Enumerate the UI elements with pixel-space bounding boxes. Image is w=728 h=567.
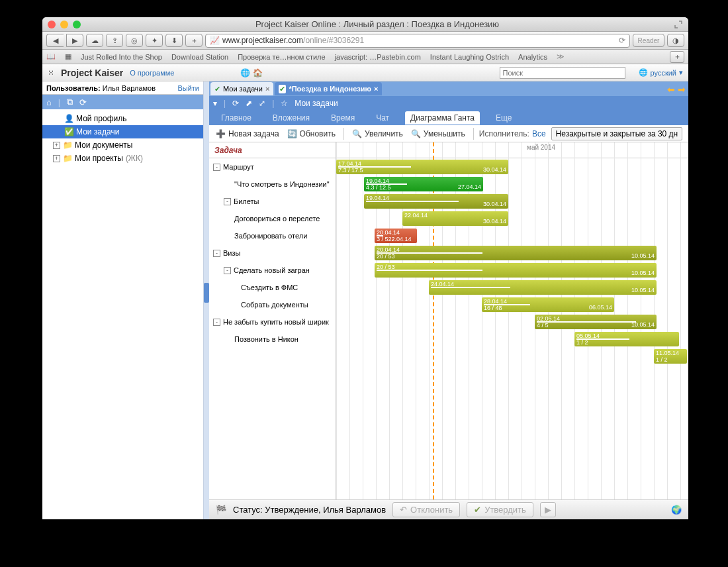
expand-icon[interactable]: ⤢ <box>259 99 265 108</box>
expand-icon[interactable]: + <box>53 155 60 162</box>
collapse-icon[interactable]: - <box>213 250 220 257</box>
about-link[interactable]: О программе <box>130 69 174 77</box>
zoom-in-button[interactable]: 🔍Увеличить <box>349 128 406 140</box>
popout-icon[interactable]: ⬈ <box>246 99 252 108</box>
subtab[interactable]: Главное <box>216 111 257 125</box>
downloads-button[interactable]: ⬇ <box>165 34 183 47</box>
task-row[interactable]: Забронировать отели <box>209 227 336 244</box>
task-row[interactable]: -Сделать новый загран <box>209 262 336 279</box>
gantt-bar[interactable]: 05.05.141 / 2 <box>574 332 679 346</box>
action-row: ▾ | ⟳ ⬈ ⤢ | ☆ Мои задачи <box>209 96 688 111</box>
approve-button[interactable]: ✔Утвердить <box>467 502 533 517</box>
globe-icon[interactable]: 🌐 <box>240 68 250 77</box>
task-row[interactable]: -Билеты <box>209 193 336 210</box>
bookmark-item[interactable]: Instant Laughing Ostrich <box>430 53 509 61</box>
reader-button[interactable]: Reader <box>633 34 664 47</box>
page-tab[interactable]: ✔ Мои задачи × <box>210 82 273 95</box>
subtab[interactable]: Чат <box>371 111 394 125</box>
star-icon[interactable]: ☆ <box>281 99 288 108</box>
bookmarks-icon[interactable]: 📖 <box>46 52 56 61</box>
home-icon[interactable]: ⌂ <box>46 97 52 107</box>
subtab[interactable]: Вложения <box>267 111 315 125</box>
forward-button[interactable]: ▶ <box>66 34 83 47</box>
windows-icon[interactable]: ⧉ <box>67 97 73 107</box>
url-field[interactable]: 📈 www.projectkaiser.com/online/#3036291 … <box>205 34 630 48</box>
ext1-button[interactable]: ◎ <box>126 34 143 47</box>
nav-right-icon[interactable]: ➡ <box>678 84 687 93</box>
search-input[interactable] <box>500 67 625 79</box>
chevron-down-icon[interactable]: ▾ <box>213 99 217 108</box>
breadcrumb[interactable]: Мои задачи <box>295 99 338 108</box>
share-button[interactable]: ⇪ <box>106 34 123 47</box>
gantt-bar[interactable]: 20.04.143 / 522.04.14 <box>375 229 417 243</box>
gantt-bar[interactable]: 20.04.1420 / 5310.05.14 <box>375 246 657 260</box>
gantt-bar[interactable]: 19.04.144.3 / 12.527.04.14 <box>364 177 483 191</box>
icloud-button[interactable]: ☁ <box>86 34 103 47</box>
zoom-out-button[interactable]: 🔍Уменьшить <box>408 128 468 140</box>
bookmark-item[interactable]: Проверка те…нном стиле <box>238 53 325 61</box>
close-icon[interactable]: × <box>265 85 269 93</box>
collapse-icon[interactable]: - <box>224 267 231 274</box>
sidebar-item[interactable]: +📁Мои проекты (ЖК) <box>42 152 203 165</box>
filter-dropdown[interactable]: Незакрытые и закрытые за 30 дн <box>551 127 683 140</box>
bookmark-item[interactable]: Download Station <box>171 53 228 61</box>
task-row[interactable]: -Не забыть купить новый ширик <box>209 313 336 331</box>
task-row[interactable]: Позвонить в Никон <box>209 331 336 348</box>
assignee-value[interactable]: Все <box>532 129 546 138</box>
page-tab[interactable]: ✔ *Поездка в Индонезию × <box>275 82 382 95</box>
bookmark-item[interactable]: Analytics <box>518 53 547 61</box>
refresh-button[interactable]: 🔄Обновить <box>285 128 338 140</box>
gantt-bar[interactable]: 28.04.1416 / 4806.05.14 <box>482 297 614 312</box>
task-row[interactable]: "Что смотреть в Индонезии" <box>209 176 336 193</box>
ext3-button[interactable]: ◑ <box>667 34 684 47</box>
zoom-window-icon[interactable] <box>73 21 81 28</box>
back-button[interactable]: ◀ <box>46 34 64 47</box>
reject-button[interactable]: ↶Отклонить <box>392 502 460 517</box>
sidebar-item[interactable]: 👤Мой профиль <box>42 112 203 125</box>
gantt-bar[interactable]: 02.05.144 / 510.05.14 <box>535 315 657 329</box>
logout-link[interactable]: Выйти <box>177 84 199 92</box>
language-selector[interactable]: 🌐 русский ▾ <box>639 68 683 77</box>
gantt-bar[interactable]: 20 / 5310.05.14 <box>375 263 657 278</box>
home-icon[interactable]: 🏠 <box>253 68 263 77</box>
task-row[interactable]: Договориться о перелете <box>209 210 336 227</box>
sidebar-item[interactable]: ✅Мои задачи <box>42 125 203 138</box>
refresh-icon[interactable]: ⟳ <box>79 97 87 107</box>
gantt-bar[interactable]: 24.04.1410.05.14 <box>429 280 657 295</box>
world-icon[interactable]: 🌍 <box>671 505 682 515</box>
close-window-icon[interactable] <box>48 21 56 28</box>
task-row[interactable]: Собрать документы <box>209 296 336 313</box>
bookmark-item[interactable]: Just Rolled Into the Shop <box>81 53 162 61</box>
new-task-button[interactable]: ➕Новая задача <box>213 128 282 140</box>
add-button[interactable]: ＋ <box>185 34 203 47</box>
gantt-bar[interactable]: 22.04.1430.04.14 <box>402 211 508 226</box>
next-button[interactable]: ▶ <box>540 502 556 517</box>
expand-icon[interactable]: + <box>53 142 60 149</box>
new-tab-button[interactable]: ＋ <box>670 51 684 63</box>
sidebar-item[interactable]: +📁Мои документы <box>42 138 203 152</box>
ext2-button[interactable]: ✦ <box>146 34 163 47</box>
collapse-icon[interactable]: - <box>224 198 231 205</box>
task-row[interactable]: -Маршрут <box>209 158 336 176</box>
subtab[interactable]: Диаграмма Ганта <box>405 111 480 125</box>
collapse-icon[interactable]: - <box>213 319 220 326</box>
nav-left-icon[interactable]: ⬅ <box>667 84 676 93</box>
subtab[interactable]: Время <box>326 111 360 125</box>
collapse-icon[interactable]: - <box>213 164 220 171</box>
splitter-handle-icon[interactable] <box>204 283 209 303</box>
minimize-window-icon[interactable] <box>60 21 68 28</box>
bookmark-item[interactable]: javascript: …Pastebin.com <box>335 53 421 61</box>
topsites-icon[interactable]: ▦ <box>65 52 71 61</box>
reload-icon[interactable]: ⟳ <box>232 99 239 108</box>
reload-icon[interactable]: ⟳ <box>619 36 625 45</box>
gantt-bar[interactable]: 11.05.141 / 2 <box>654 349 687 364</box>
gantt-chart[interactable]: май 2014 17.04.147.3 / 17.530.04.1419.04… <box>336 142 688 499</box>
fullscreen-icon[interactable] <box>674 20 683 29</box>
task-row[interactable]: Съездить в ФМС <box>209 279 336 296</box>
close-icon[interactable]: × <box>374 85 378 93</box>
gantt-bar[interactable]: 19.04.1430.04.14 <box>364 194 508 209</box>
gantt-bar[interactable]: 17.04.147.3 / 17.530.04.14 <box>336 160 508 174</box>
subtab[interactable]: Еще <box>490 111 517 125</box>
splitter[interactable] <box>204 81 209 519</box>
task-row[interactable]: -Визы <box>209 244 336 262</box>
